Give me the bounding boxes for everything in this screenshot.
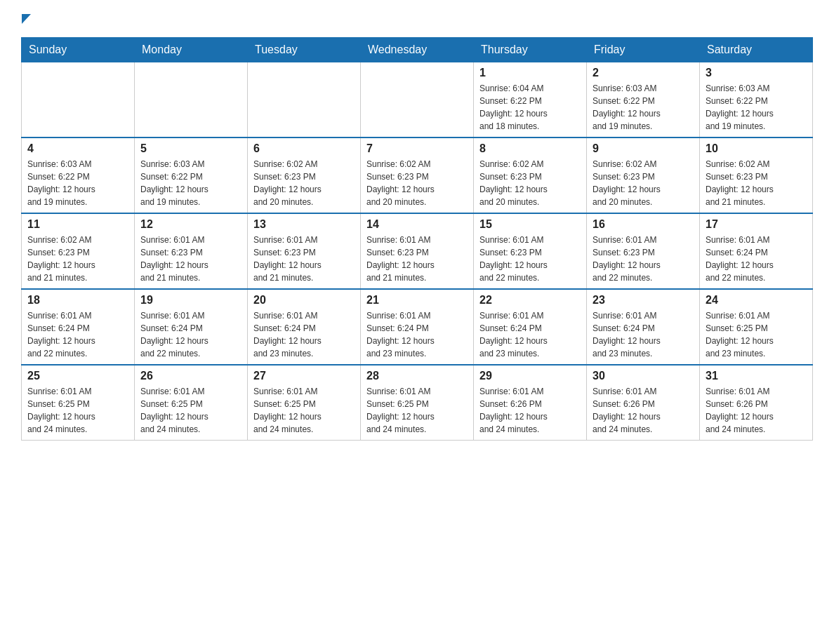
calendar-cell: 4Sunrise: 6:03 AM Sunset: 6:22 PM Daylig… [22,137,135,213]
day-number: 5 [140,142,241,155]
calendar-week-row: 1Sunrise: 6:04 AM Sunset: 6:22 PM Daylig… [22,62,813,138]
day-number: 2 [593,67,694,79]
day-number: 9 [593,142,694,155]
calendar-cell: 15Sunrise: 6:01 AM Sunset: 6:23 PM Dayli… [474,213,587,289]
calendar-cell: 5Sunrise: 6:03 AM Sunset: 6:22 PM Daylig… [135,137,248,213]
calendar-table: SundayMondayTuesdayWednesdayThursdayFrid… [21,37,813,441]
day-number: 11 [27,218,128,231]
day-info: Sunrise: 6:01 AM Sunset: 6:25 PM Dayligh… [253,385,355,436]
day-number: 18 [27,294,128,307]
day-number: 10 [706,142,807,155]
day-info: Sunrise: 6:01 AM Sunset: 6:23 PM Dayligh… [140,234,241,284]
day-number: 6 [253,142,355,155]
calendar-cell: 7Sunrise: 6:02 AM Sunset: 6:23 PM Daylig… [361,137,474,213]
day-number: 13 [253,218,355,231]
day-info: Sunrise: 6:02 AM Sunset: 6:23 PM Dayligh… [366,158,468,208]
calendar-header-friday: Friday [587,38,700,62]
day-info: Sunrise: 6:01 AM Sunset: 6:25 PM Dayligh… [27,385,128,436]
calendar-cell: 10Sunrise: 6:02 AM Sunset: 6:23 PM Dayli… [700,137,813,213]
calendar-week-row: 11Sunrise: 6:02 AM Sunset: 6:23 PM Dayli… [22,213,813,289]
day-number: 22 [479,294,581,307]
calendar-cell: 18Sunrise: 6:01 AM Sunset: 6:24 PM Dayli… [22,289,135,365]
day-info: Sunrise: 6:01 AM Sunset: 6:25 PM Dayligh… [366,385,468,436]
day-info: Sunrise: 6:01 AM Sunset: 6:23 PM Dayligh… [253,234,355,284]
calendar-cell: 21Sunrise: 6:01 AM Sunset: 6:24 PM Dayli… [361,289,474,365]
calendar-cell [135,62,248,138]
calendar-cell: 31Sunrise: 6:01 AM Sunset: 6:26 PM Dayli… [700,365,813,441]
day-info: Sunrise: 6:01 AM Sunset: 6:24 PM Dayligh… [27,309,128,360]
calendar-cell: 26Sunrise: 6:01 AM Sunset: 6:25 PM Dayli… [135,365,248,441]
calendar-cell: 19Sunrise: 6:01 AM Sunset: 6:24 PM Dayli… [135,289,248,365]
calendar-header-wednesday: Wednesday [361,38,474,62]
calendar-cell: 28Sunrise: 6:01 AM Sunset: 6:25 PM Dayli… [361,365,474,441]
calendar-week-row: 4Sunrise: 6:03 AM Sunset: 6:22 PM Daylig… [22,137,813,213]
day-number: 15 [479,218,581,231]
calendar-cell: 13Sunrise: 6:01 AM Sunset: 6:23 PM Dayli… [248,213,361,289]
day-number: 26 [140,370,241,382]
day-info: Sunrise: 6:01 AM Sunset: 6:24 PM Dayligh… [140,309,241,360]
day-number: 3 [706,67,807,79]
calendar-cell: 14Sunrise: 6:01 AM Sunset: 6:23 PM Dayli… [361,213,474,289]
day-info: Sunrise: 6:01 AM Sunset: 6:24 PM Dayligh… [366,309,468,360]
day-info: Sunrise: 6:01 AM Sunset: 6:26 PM Dayligh… [706,385,807,436]
day-info: Sunrise: 6:01 AM Sunset: 6:25 PM Dayligh… [706,309,807,360]
calendar-header-thursday: Thursday [474,38,587,62]
day-info: Sunrise: 6:01 AM Sunset: 6:24 PM Dayligh… [479,309,581,360]
day-info: Sunrise: 6:04 AM Sunset: 6:22 PM Dayligh… [479,82,581,133]
day-number: 16 [593,218,694,231]
calendar-cell: 17Sunrise: 6:01 AM Sunset: 6:24 PM Dayli… [700,213,813,289]
calendar-cell [361,62,474,138]
calendar-cell: 25Sunrise: 6:01 AM Sunset: 6:25 PM Dayli… [22,365,135,441]
day-number: 28 [366,370,468,382]
day-info: Sunrise: 6:02 AM Sunset: 6:23 PM Dayligh… [253,158,355,208]
calendar-header-sunday: Sunday [22,38,135,62]
day-number: 19 [140,294,241,307]
calendar-cell: 3Sunrise: 6:03 AM Sunset: 6:22 PM Daylig… [700,62,813,138]
day-info: Sunrise: 6:02 AM Sunset: 6:23 PM Dayligh… [593,158,694,208]
day-info: Sunrise: 6:01 AM Sunset: 6:25 PM Dayligh… [140,385,241,436]
calendar-cell: 2Sunrise: 6:03 AM Sunset: 6:22 PM Daylig… [587,62,700,138]
logo [21,14,31,23]
day-number: 14 [366,218,468,231]
day-info: Sunrise: 6:03 AM Sunset: 6:22 PM Dayligh… [27,158,128,208]
day-number: 21 [366,294,468,307]
day-number: 30 [593,370,694,382]
day-info: Sunrise: 6:01 AM Sunset: 6:24 PM Dayligh… [253,309,355,360]
day-info: Sunrise: 6:01 AM Sunset: 6:23 PM Dayligh… [593,234,694,284]
day-number: 25 [27,370,128,382]
calendar-header-row: SundayMondayTuesdayWednesdayThursdayFrid… [22,38,813,62]
calendar-week-row: 18Sunrise: 6:01 AM Sunset: 6:24 PM Dayli… [22,289,813,365]
day-number: 20 [253,294,355,307]
day-info: Sunrise: 6:01 AM Sunset: 6:23 PM Dayligh… [366,234,468,284]
day-number: 27 [253,370,355,382]
calendar-header-monday: Monday [135,38,248,62]
day-info: Sunrise: 6:01 AM Sunset: 6:26 PM Dayligh… [479,385,581,436]
day-number: 7 [366,142,468,155]
calendar-cell: 8Sunrise: 6:02 AM Sunset: 6:23 PM Daylig… [474,137,587,213]
day-info: Sunrise: 6:03 AM Sunset: 6:22 PM Dayligh… [706,82,807,133]
calendar-cell: 6Sunrise: 6:02 AM Sunset: 6:23 PM Daylig… [248,137,361,213]
day-number: 24 [706,294,807,307]
day-number: 23 [593,294,694,307]
calendar-cell: 11Sunrise: 6:02 AM Sunset: 6:23 PM Dayli… [22,213,135,289]
day-info: Sunrise: 6:01 AM Sunset: 6:24 PM Dayligh… [706,234,807,284]
calendar-cell: 22Sunrise: 6:01 AM Sunset: 6:24 PM Dayli… [474,289,587,365]
calendar-cell: 20Sunrise: 6:01 AM Sunset: 6:24 PM Dayli… [248,289,361,365]
day-info: Sunrise: 6:03 AM Sunset: 6:22 PM Dayligh… [140,158,241,208]
day-number: 8 [479,142,581,155]
calendar-week-row: 25Sunrise: 6:01 AM Sunset: 6:25 PM Dayli… [22,365,813,441]
calendar-cell: 29Sunrise: 6:01 AM Sunset: 6:26 PM Dayli… [474,365,587,441]
day-number: 29 [479,370,581,382]
day-info: Sunrise: 6:01 AM Sunset: 6:23 PM Dayligh… [479,234,581,284]
day-number: 17 [706,218,807,231]
calendar-header-saturday: Saturday [700,38,813,62]
day-info: Sunrise: 6:02 AM Sunset: 6:23 PM Dayligh… [27,234,128,284]
day-number: 4 [27,142,128,155]
calendar-cell: 9Sunrise: 6:02 AM Sunset: 6:23 PM Daylig… [587,137,700,213]
calendar-cell: 23Sunrise: 6:01 AM Sunset: 6:24 PM Dayli… [587,289,700,365]
day-info: Sunrise: 6:01 AM Sunset: 6:24 PM Dayligh… [593,309,694,360]
calendar-cell [22,62,135,138]
calendar-cell: 1Sunrise: 6:04 AM Sunset: 6:22 PM Daylig… [474,62,587,138]
calendar-cell: 24Sunrise: 6:01 AM Sunset: 6:25 PM Dayli… [700,289,813,365]
calendar-cell: 16Sunrise: 6:01 AM Sunset: 6:23 PM Dayli… [587,213,700,289]
